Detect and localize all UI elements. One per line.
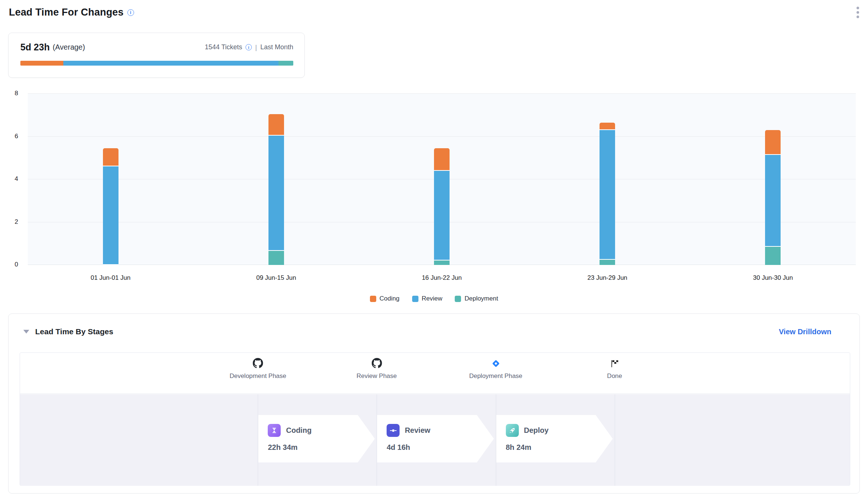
page-title: Lead Time For Changes	[9, 7, 124, 18]
stage-card-deploy[interactable]: Deploy8h 24m	[496, 415, 613, 462]
average-lead-time-value: 5d 23h	[20, 42, 50, 53]
rocket-icon	[506, 424, 519, 437]
legend-label: Coding	[380, 295, 400, 302]
average-label: (Average)	[53, 43, 85, 52]
checkered-flag-icon	[610, 358, 620, 368]
legend-swatch	[412, 296, 418, 302]
period-label: Last Month	[260, 43, 293, 51]
stages-phase-header: Development PhaseReview PhaseDeployment …	[20, 353, 850, 394]
bar-16 Jun-22 Jun	[434, 148, 450, 265]
legend-label: Review	[422, 295, 443, 302]
chart-x-axis-labels: 01 Jun-01 Jun09 Jun-15 Jun16 Jun-22 Jun2…	[28, 274, 856, 283]
bar-segment-coding[interactable]	[268, 114, 284, 136]
legend-item-review[interactable]: Review	[412, 295, 443, 302]
stage-card-coding[interactable]: Coding22h 34m	[258, 415, 375, 462]
legend-swatch	[370, 296, 376, 302]
stages-section-title: Lead Time By Stages	[35, 327, 113, 336]
y-tick-label: 6	[15, 133, 18, 140]
summary-bar-segment-deployment	[278, 61, 293, 66]
stage-card-review[interactable]: Review4d 16h	[377, 415, 494, 462]
bar-09 Jun-15 Jun	[268, 114, 284, 265]
kebab-menu-icon[interactable]	[854, 4, 862, 21]
github-icon	[253, 358, 263, 368]
github-icon	[371, 358, 382, 368]
stage-card-label: Review	[405, 426, 430, 435]
phase-divider	[258, 394, 258, 486]
meta-separator: |	[255, 43, 257, 52]
legend-item-deployment[interactable]: Deployment	[455, 295, 498, 302]
collapse-chevron-icon[interactable]	[23, 330, 29, 334]
bar-segment-coding[interactable]	[103, 148, 118, 166]
stage-card-label: Deploy	[524, 426, 549, 435]
phase-label: Done	[607, 372, 622, 380]
phase-label: Development Phase	[230, 372, 286, 380]
bar-segment-review[interactable]	[600, 130, 615, 259]
x-tick-label: 16 Jun-22 Jun	[422, 274, 462, 282]
widget-header: Lead Time For Changes i	[9, 7, 859, 18]
view-drilldown-link[interactable]: View Drilldown	[779, 328, 831, 336]
bar-segment-deployment[interactable]	[268, 251, 284, 265]
phase-divider	[496, 394, 496, 486]
bar-01 Jun-01 Jun	[103, 148, 118, 265]
legend-item-coding[interactable]: Coding	[370, 295, 400, 302]
x-tick-label: 09 Jun-15 Jun	[256, 274, 296, 282]
bar-segment-coding[interactable]	[765, 130, 781, 155]
lead-time-widget: Lead Time For Changes i 5d 23h (Average)…	[0, 0, 868, 501]
y-tick-label: 0	[15, 261, 18, 268]
bar-segment-coding[interactable]	[434, 148, 450, 171]
stage-card-duration: 22h 34m	[268, 443, 375, 452]
bar-segment-review[interactable]	[268, 136, 284, 251]
bar-segment-deployment[interactable]	[600, 260, 615, 265]
bar-segment-review[interactable]	[103, 166, 118, 265]
phase-development-phase: Development Phase	[230, 358, 286, 380]
tickets-info-icon[interactable]: i	[246, 44, 252, 50]
bar-segment-review[interactable]	[434, 171, 450, 261]
phase-label: Deployment Phase	[469, 372, 523, 380]
stage-card-duration: 4d 16h	[387, 443, 494, 452]
phase-review-phase: Review Phase	[357, 358, 397, 380]
summary-distribution-bar	[20, 61, 293, 66]
phase-label: Review Phase	[357, 372, 397, 380]
legend-swatch	[455, 296, 461, 302]
stages-table: Development PhaseReview PhaseDeployment …	[20, 352, 850, 486]
bar-30 Jun-30 Jun	[765, 130, 781, 265]
chart-legend: CodingReviewDeployment	[0, 295, 868, 302]
jira-icon	[491, 358, 501, 368]
stage-card-label: Coding	[286, 426, 311, 435]
lead-time-by-stages-panel: Lead Time By Stages View Drilldown Devel…	[8, 313, 860, 494]
tickets-count: 1544 Tickets	[205, 43, 242, 51]
bar-segment-deployment[interactable]	[765, 247, 781, 265]
hourglass-icon	[268, 424, 281, 437]
legend-label: Deployment	[464, 295, 498, 302]
bar-segment-deployment[interactable]	[434, 261, 450, 265]
commit-icon	[387, 424, 400, 437]
summary-card: 5d 23h (Average) 1544 Tickets i | Last M…	[8, 33, 305, 78]
stage-card-duration: 8h 24m	[506, 443, 613, 452]
bar-23 Jun-29 Jun	[600, 123, 615, 265]
bar-segment-coding[interactable]	[600, 123, 615, 130]
x-tick-label: 30 Jun-30 Jun	[753, 274, 793, 282]
gridline-y6: 6	[28, 136, 856, 137]
x-tick-label: 23 Jun-29 Jun	[587, 274, 627, 282]
phase-divider	[377, 394, 377, 486]
y-tick-label: 4	[15, 175, 18, 183]
summary-bar-segment-review	[63, 61, 278, 66]
bar-segment-review[interactable]	[765, 155, 781, 247]
phase-done: Done	[607, 358, 622, 380]
phase-deployment-phase: Deployment Phase	[469, 358, 523, 380]
phase-divider	[615, 394, 615, 486]
gridline-y8: 8	[28, 93, 856, 94]
y-tick-label: 2	[15, 218, 18, 226]
y-tick-label: 8	[15, 90, 18, 97]
title-info-icon[interactable]: i	[127, 9, 134, 16]
summary-bar-segment-coding	[20, 61, 63, 66]
stages-flow-body: Coding22h 34mReview4d 16hDeploy8h 24m	[20, 394, 850, 486]
lead-time-chart: 02468	[28, 94, 856, 265]
x-tick-label: 01 Jun-01 Jun	[91, 274, 131, 282]
